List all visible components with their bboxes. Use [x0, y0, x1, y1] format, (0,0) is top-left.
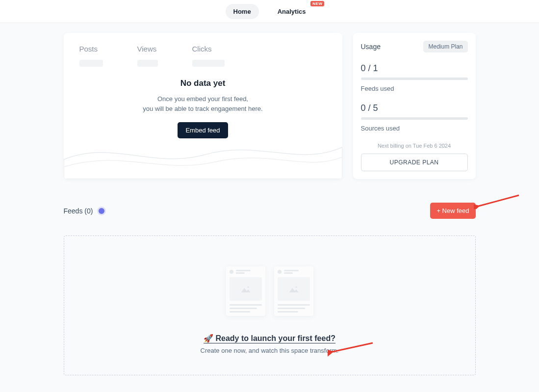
- usage-sources-value: 0 / 5: [361, 103, 468, 113]
- image-placeholder-icon: [240, 285, 252, 293]
- tab-home[interactable]: Home: [226, 4, 259, 19]
- image-placeholder-icon: [288, 285, 300, 293]
- tab-analytics[interactable]: Analytics NEW: [270, 4, 314, 19]
- no-data-title: No data yet: [79, 78, 327, 88]
- new-badge: NEW: [310, 1, 324, 6]
- usage-card: Usage Medium Plan 0 / 1 Feeds used 0 / 5…: [353, 33, 476, 179]
- usage-title: Usage: [361, 43, 381, 51]
- no-data-line2: you will be able to track engagement her…: [143, 105, 262, 112]
- embed-feed-button[interactable]: Embed feed: [178, 122, 228, 138]
- stat-views-label: Views: [137, 45, 158, 53]
- stat-clicks: Clicks: [192, 45, 225, 67]
- svg-marker-0: [241, 288, 251, 292]
- stat-views-skeleton: [137, 60, 158, 67]
- empty-feeds-panel: 🚀 Ready to launch your first feed? Creat…: [64, 235, 476, 375]
- stat-clicks-skeleton: [192, 60, 225, 67]
- usage-feeds-value: 0 / 1: [361, 63, 468, 74]
- tab-analytics-label: Analytics: [278, 8, 306, 15]
- stat-clicks-label: Clicks: [192, 45, 225, 53]
- new-feed-button[interactable]: + New feed: [430, 203, 475, 219]
- indicator-dot-icon: [99, 208, 104, 214]
- usage-sources-label: Sources used: [361, 125, 468, 132]
- usage-feeds-metric: 0 / 1 Feeds used: [361, 63, 468, 92]
- top-nav: Home Analytics NEW: [0, 0, 539, 23]
- usage-sources-bar: [361, 117, 468, 120]
- svg-point-1: [247, 286, 249, 287]
- stats-row: Posts Views Clicks: [79, 45, 327, 67]
- placeholder-post-card: [226, 266, 265, 316]
- feeds-header-left: Feeds (0): [64, 207, 105, 215]
- plan-badge: Medium Plan: [423, 41, 467, 52]
- launch-subtext: Create one now, and watch this space tra…: [74, 347, 465, 354]
- usage-feeds-bar: [361, 78, 468, 80]
- feeds-count-title: Feeds (0): [64, 207, 93, 215]
- launch-first-feed-link[interactable]: 🚀 Ready to launch your first feed?: [204, 334, 335, 343]
- stat-posts-label: Posts: [79, 45, 103, 53]
- placeholder-post-card: [274, 266, 313, 316]
- no-data-line1: Once you embed your first feed,: [157, 95, 248, 103]
- no-data-text: Once you embed your first feed, you will…: [79, 94, 327, 113]
- stat-posts: Posts: [79, 45, 103, 67]
- stat-posts-skeleton: [79, 60, 103, 67]
- billing-text: Next billing on Tue Feb 6 2024: [361, 143, 468, 149]
- usage-feeds-label: Feeds used: [361, 85, 468, 92]
- empty-illustration: [74, 266, 465, 316]
- stat-views: Views: [137, 45, 158, 67]
- svg-point-3: [295, 286, 297, 287]
- svg-marker-2: [289, 288, 299, 292]
- usage-sources-metric: 0 / 5 Sources used: [361, 103, 468, 132]
- upgrade-plan-button[interactable]: UPGRADE PLAN: [361, 154, 468, 171]
- engagement-card: Posts Views Clicks No data yet: [64, 33, 342, 179]
